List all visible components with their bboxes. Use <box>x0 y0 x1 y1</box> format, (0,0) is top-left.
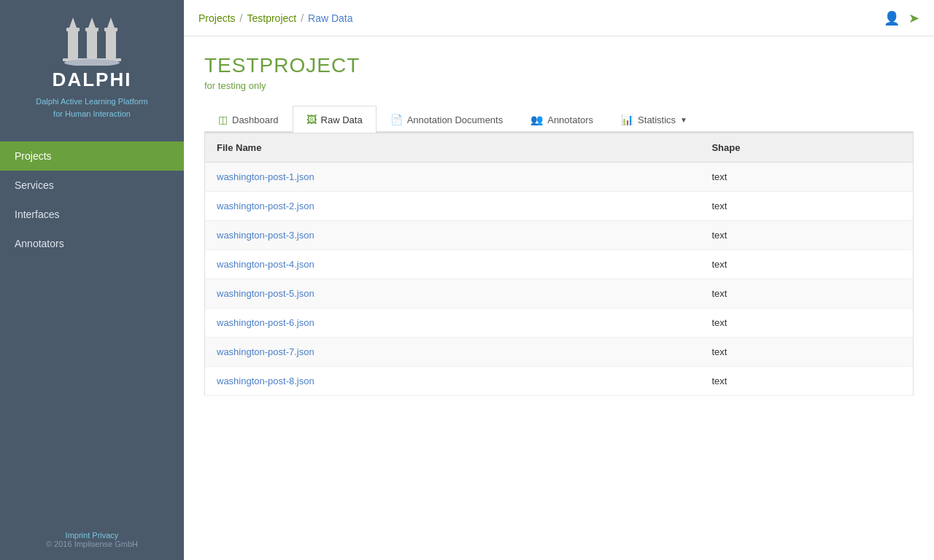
breadcrumb: Projects / Testproject / Raw Data <box>198 12 353 24</box>
file-link[interactable]: washington-post-3.json <box>217 230 314 241</box>
imprint-link[interactable]: Imprint <box>66 531 90 540</box>
file-icon: 📄 <box>390 114 403 125</box>
grid-icon: ◫ <box>218 114 228 125</box>
svg-marker-9 <box>107 18 115 28</box>
tab-dashboard[interactable]: ◫ Dashboard <box>204 106 293 133</box>
page-subtitle: for testing only <box>204 80 914 91</box>
svg-marker-6 <box>88 18 96 28</box>
page-title: TESTPROJECT <box>204 54 914 77</box>
main-content: Projects / Testproject / Raw Data 👤 ➤ TE… <box>184 0 934 560</box>
sidebar-subtitle: Dalphi Active Learning Platform for Huma… <box>24 96 159 120</box>
svg-rect-5 <box>85 28 99 31</box>
breadcrumb-testproject[interactable]: Testproject <box>247 12 296 24</box>
file-link[interactable]: washington-post-5.json <box>217 288 314 299</box>
tab-raw-data[interactable]: 🖼 Raw Data <box>293 106 377 133</box>
table-body: washington-post-1.jsontextwashington-pos… <box>205 163 914 396</box>
cell-shape: text <box>700 338 913 367</box>
raw-data-table: File Name Shape washington-post-1.jsonte… <box>204 133 914 396</box>
sidebar-navigation: Projects Services Interfaces Annotators <box>0 141 184 258</box>
breadcrumb-projects[interactable]: Projects <box>198 12 236 24</box>
svg-rect-4 <box>87 31 97 58</box>
col-shape: Shape <box>700 133 913 163</box>
svg-marker-3 <box>69 18 77 28</box>
file-link[interactable]: washington-post-2.json <box>217 201 314 211</box>
cell-shape: text <box>700 192 913 221</box>
cell-filename[interactable]: washington-post-3.json <box>205 221 700 250</box>
col-filename: File Name <box>205 133 700 163</box>
topbar-icons: 👤 ➤ <box>884 10 919 26</box>
privacy-link[interactable]: Privacy <box>92 531 118 540</box>
cell-shape: text <box>700 163 913 192</box>
table-row: washington-post-8.jsontext <box>205 367 914 396</box>
cell-filename[interactable]: washington-post-8.json <box>205 367 700 396</box>
topbar: Projects / Testproject / Raw Data 👤 ➤ <box>184 0 934 36</box>
sidebar: DALPHI Dalphi Active Learning Platform f… <box>0 0 184 560</box>
table-row: washington-post-2.jsontext <box>205 192 914 221</box>
file-link[interactable]: washington-post-7.json <box>217 346 314 357</box>
cell-filename[interactable]: washington-post-6.json <box>205 308 700 338</box>
sidebar-title: DALPHI <box>53 69 132 91</box>
logout-icon[interactable]: ➤ <box>908 10 919 26</box>
tab-annotators[interactable]: 👥 Annotators <box>517 106 607 133</box>
sidebar-item-services[interactable]: Services <box>0 171 184 200</box>
group-icon: 👥 <box>530 114 543 125</box>
table-row: washington-post-5.jsontext <box>205 279 914 308</box>
cell-filename[interactable]: washington-post-1.json <box>205 163 700 192</box>
content-area: TESTPROJECT for testing only ◫ Dashboard… <box>184 36 934 560</box>
file-link[interactable]: washington-post-8.json <box>217 376 314 386</box>
sidebar-item-annotators[interactable]: Annotators <box>0 229 184 258</box>
file-link[interactable]: washington-post-6.json <box>217 317 314 328</box>
tab-annotation-documents[interactable]: 📄 Annotation Documents <box>377 106 517 133</box>
breadcrumb-current: Raw Data <box>308 12 352 24</box>
svg-rect-7 <box>106 31 116 58</box>
table-row: washington-post-6.jsontext <box>205 308 914 338</box>
cell-shape: text <box>700 279 913 308</box>
cell-shape: text <box>700 367 913 396</box>
sidebar-footer: Imprint Privacy © 2016 Implisense GmbH <box>34 519 150 560</box>
chart-icon: 📊 <box>621 114 633 125</box>
table-row: washington-post-3.jsontext <box>205 221 914 250</box>
database-icon: 🖼 <box>306 114 317 125</box>
cell-filename[interactable]: washington-post-4.json <box>205 250 700 279</box>
svg-rect-2 <box>66 28 80 31</box>
sidebar-item-projects[interactable]: Projects <box>0 141 184 171</box>
copyright: © 2016 Implisense GmbH <box>46 540 138 548</box>
table-header: File Name Shape <box>205 133 914 163</box>
table-row: washington-post-1.jsontext <box>205 163 914 192</box>
cell-shape: text <box>700 250 913 279</box>
chevron-down-icon: ▼ <box>680 116 687 124</box>
file-link[interactable]: washington-post-4.json <box>217 259 314 270</box>
cell-filename[interactable]: washington-post-5.json <box>205 279 700 308</box>
subtitle-value: testing only <box>218 80 266 91</box>
user-icon[interactable]: 👤 <box>884 10 900 26</box>
tabs: ◫ Dashboard 🖼 Raw Data 📄 Annotation Docu… <box>204 106 914 133</box>
cell-filename[interactable]: washington-post-7.json <box>205 338 700 367</box>
tab-statistics[interactable]: 📊 Statistics ▼ <box>607 106 701 133</box>
sidebar-item-interfaces[interactable]: Interfaces <box>0 200 184 229</box>
cell-shape: text <box>700 308 913 338</box>
svg-rect-1 <box>68 31 78 58</box>
logo-icon <box>59 15 125 66</box>
cell-filename[interactable]: washington-post-2.json <box>205 192 700 221</box>
svg-rect-8 <box>104 28 117 31</box>
cell-shape: text <box>700 221 913 250</box>
table-row: washington-post-4.jsontext <box>205 250 914 279</box>
table-row: washington-post-7.jsontext <box>205 338 914 367</box>
logo-area: DALPHI Dalphi Active Learning Platform f… <box>17 0 166 141</box>
file-link[interactable]: washington-post-1.json <box>217 171 314 182</box>
